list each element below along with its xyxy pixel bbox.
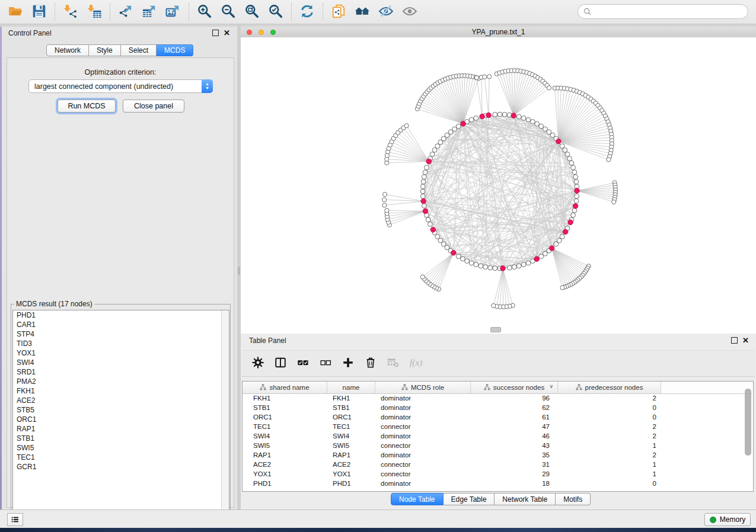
table-row[interactable]: PHD1PHD1dominator180 (243, 479, 753, 488)
mcds-result-item[interactable]: TID3 (13, 339, 229, 348)
close-panel-icon[interactable]: ✕ (224, 30, 230, 36)
table-row[interactable]: RAP1RAP1dominator352 (243, 450, 753, 460)
network-window-titlebar[interactable]: YPA_prune.txt_1 (241, 27, 756, 38)
column-header-name[interactable]: name (327, 382, 375, 393)
close-panel-button[interactable]: Close panel (123, 100, 184, 113)
table-row[interactable]: YOX1YOX1connector291 (243, 469, 753, 479)
home-views-button[interactable] (350, 2, 374, 21)
column-header-MCDS-role[interactable]: MCDS role (375, 382, 471, 393)
zoom-fit-button[interactable] (240, 2, 264, 21)
show-all-button[interactable] (398, 2, 422, 21)
table-row[interactable]: STB1STB1dominator620 (243, 403, 753, 412)
cell-predecessor-nodes: 1 (558, 469, 661, 479)
table-scrollbar[interactable] (745, 389, 751, 456)
mcds-result-item[interactable]: STB5 (13, 405, 229, 415)
export-network-icon (118, 4, 133, 21)
table-row[interactable]: ORC1ORC1dominator610 (243, 412, 753, 422)
export-table-button[interactable] (138, 2, 161, 21)
mcds-result-item[interactable]: STB1 (13, 434, 229, 443)
gear-button[interactable] (249, 355, 267, 373)
mcds-result-item[interactable]: PHD1 (13, 310, 229, 320)
table-row[interactable]: SWI4SWI4dominator462 (243, 431, 753, 441)
select-all-rows-button[interactable] (294, 355, 312, 373)
import-table-button[interactable] (82, 2, 106, 21)
float-panel-icon[interactable] (212, 30, 219, 36)
mcds-result-item[interactable]: STP4 (13, 329, 229, 339)
cell-predecessor-nodes: 2 (558, 450, 661, 460)
delete-table-icon (387, 356, 400, 371)
save-button[interactable] (27, 2, 51, 21)
cell-name: YOX1 (327, 469, 375, 479)
vertical-splitter-handle[interactable] (238, 267, 240, 275)
export-image-button[interactable] (161, 2, 185, 21)
delete-table-button[interactable] (384, 355, 402, 373)
mcds-result-item[interactable]: SWI5 (13, 443, 229, 453)
mcds-result-item[interactable]: SWI4 (13, 358, 229, 367)
column-header-predecessor-nodes[interactable]: predecessor nodes (558, 382, 661, 393)
criterion-dropdown[interactable]: largest connected component (undirected)… (28, 79, 213, 93)
mcds-result-item[interactable]: TEC1 (13, 453, 229, 462)
duplicate-network-button[interactable] (327, 2, 350, 21)
table-row[interactable]: ACE2ACE2connector311 (243, 460, 753, 469)
table-row[interactable]: TEC1TEC1connector472 (243, 422, 753, 431)
zoom-selected-button[interactable] (264, 2, 288, 21)
export-network-button[interactable] (114, 2, 138, 21)
search-box[interactable] (578, 4, 748, 19)
cell-successor-nodes: 29 (471, 469, 558, 479)
delete-column-button[interactable] (362, 355, 379, 373)
mcds-list-scrollbar[interactable] (221, 310, 229, 521)
network-view-canvas[interactable] (241, 37, 756, 334)
tab-edge-table[interactable]: Edge Table (444, 493, 495, 505)
tab-network[interactable]: Network (46, 44, 89, 56)
mcds-result-item[interactable]: SRD1 (13, 367, 229, 377)
table-row[interactable]: SWI5SWI5connector431 (243, 441, 753, 450)
tab-select[interactable]: Select (121, 44, 157, 56)
refresh-button[interactable] (295, 2, 319, 21)
zoom-in-button[interactable] (193, 2, 216, 21)
import-network-icon (63, 4, 78, 21)
memory-button[interactable]: Memory (704, 513, 751, 526)
zoom-out-button[interactable] (216, 2, 240, 21)
svg-text:f(x): f(x) (410, 357, 422, 368)
run-mcds-button[interactable]: Run MCDS (58, 100, 116, 113)
tab-network-table[interactable]: Network Table (495, 493, 556, 505)
mcds-result-item[interactable]: CAR1 (13, 320, 229, 329)
main-toolbar (0, 0, 756, 24)
cell-MCDS-role: dominator (375, 431, 471, 441)
memory-status-icon (710, 517, 716, 523)
table-row[interactable]: FKH1FKH1dominator962 (243, 393, 753, 403)
tab-node-table[interactable]: Node Table (391, 493, 444, 505)
column-header-shared-name[interactable]: shared name (243, 382, 327, 393)
column-header-label: successor nodes (493, 384, 544, 391)
import-network-button[interactable] (59, 2, 82, 21)
apply-function-button[interactable]: f(x) (407, 355, 425, 373)
mcds-result-item[interactable]: YOX1 (13, 348, 229, 358)
mcds-result-item[interactable]: FKH1 (13, 386, 229, 396)
mcds-result-item[interactable]: ORC1 (13, 415, 229, 424)
split-columns-button[interactable] (272, 355, 289, 373)
float-panel-icon[interactable] (731, 337, 738, 344)
cell-shared-name: ORC1 (243, 412, 327, 422)
task-history-button[interactable] (7, 513, 23, 526)
column-type-icon (260, 384, 266, 392)
search-input[interactable] (594, 7, 748, 17)
export-table-icon (142, 4, 157, 21)
open-folder-button[interactable] (4, 2, 27, 21)
mcds-result-item[interactable]: ACE2 (13, 396, 229, 405)
cell-name: RAP1 (327, 450, 375, 460)
hide-selected-button[interactable] (374, 2, 398, 21)
mcds-result-item[interactable]: PMA2 (13, 377, 229, 386)
deselect-all-rows-button[interactable] (317, 355, 334, 373)
mcds-result-list[interactable]: PHD1CAR1STP4TID3YOX1SWI4SRD1PMA2FKH1ACE2… (12, 310, 229, 521)
horizontal-splitter-handle[interactable] (490, 327, 501, 332)
column-header-successor-nodes[interactable]: successor nodes∨ (471, 382, 558, 393)
tab-motifs[interactable]: Motifs (556, 493, 591, 505)
tab-mcds[interactable]: MCDS (157, 44, 193, 56)
add-column-button[interactable] (339, 355, 357, 373)
mcds-result-item[interactable]: RAP1 (13, 424, 229, 434)
list-icon (11, 515, 19, 524)
mcds-result-item[interactable]: GCR1 (13, 462, 229, 472)
tab-style[interactable]: Style (89, 44, 121, 56)
cell-successor-nodes: 62 (471, 403, 558, 412)
close-panel-icon[interactable]: ✕ (742, 337, 749, 344)
